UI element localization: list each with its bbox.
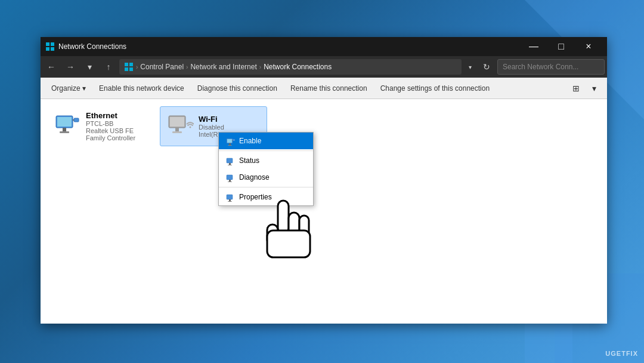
ethernet-info: Ethernet PTCL-BB Realtek USB FE Family C… [86, 111, 150, 141]
svg-rect-5 [129, 63, 133, 66]
svg-rect-35 [289, 213, 299, 239]
svg-rect-30 [228, 182, 232, 182]
svg-rect-1 [51, 42, 54, 46]
enable-icon [226, 136, 236, 146]
diagnose-button[interactable]: Diagnose this connection [191, 82, 283, 95]
context-menu-properties[interactable]: Properties [219, 189, 313, 205]
rename-button[interactable]: Rename this connection [284, 82, 373, 95]
status-icon [226, 156, 236, 165]
watermark: UGETFIX [605, 350, 638, 357]
svg-rect-33 [228, 201, 232, 202]
path-sep1: › [136, 64, 138, 70]
svg-rect-3 [51, 47, 54, 51]
wifi-icon-container [165, 112, 194, 141]
ethernet-status: PTCL-BB [86, 120, 150, 127]
ethernet-adapter: Realtek USB FE Family Controller [86, 127, 150, 141]
context-menu-diagnose[interactable]: Diagnose [219, 169, 313, 186]
close-button[interactable]: × [575, 37, 602, 56]
properties-icon [226, 192, 236, 202]
content-area: Ethernet PTCL-BB Realtek USB FE Family C… [41, 99, 607, 324]
control-panel-icon [124, 62, 134, 72]
change-settings-button[interactable]: Change settings of this connection [374, 82, 496, 95]
minimize-button[interactable]: — [520, 37, 547, 56]
context-separator-2 [219, 187, 313, 187]
network-internet-path[interactable]: Network and Internet [190, 63, 256, 71]
context-menu-enable[interactable]: Enable [219, 133, 313, 149]
back-button[interactable]: ← [43, 59, 60, 75]
view-dropdown-button[interactable]: ▾ [586, 80, 602, 97]
context-status-label: Status [239, 156, 259, 165]
svg-rect-10 [63, 128, 66, 131]
view-options-button[interactable]: ⊞ [568, 80, 584, 97]
svg-rect-21 [233, 139, 235, 141]
diagnose-icon [226, 173, 236, 182]
toolbar-right: ⊞ ▾ [568, 80, 602, 97]
svg-rect-27 [228, 165, 232, 165]
svg-rect-7 [129, 67, 133, 71]
svg-rect-16 [175, 128, 179, 131]
enable-device-button[interactable]: Enable this network device [93, 82, 190, 95]
svg-rect-17 [172, 131, 182, 133]
context-diagnose-label: Diagnose [239, 173, 270, 182]
wifi-status: Disabled [199, 124, 262, 131]
context-menu-status[interactable]: Status [219, 152, 313, 169]
svg-rect-4 [125, 63, 128, 66]
svg-rect-20 [227, 139, 232, 143]
title-bar: Network Connections — □ × [41, 37, 607, 56]
path-sep3: › [259, 64, 261, 70]
context-separator-1 [219, 150, 313, 151]
svg-rect-24 [228, 145, 232, 146]
toolbar: Organize ▾ Enable this network device Di… [41, 78, 607, 99]
search-placeholder: Search Network Conn... [503, 63, 578, 71]
svg-rect-36 [299, 216, 309, 239]
search-box[interactable]: Search Network Conn... [497, 59, 605, 75]
svg-rect-2 [46, 47, 49, 51]
svg-rect-26 [229, 163, 231, 165]
ethernet-icon [52, 112, 81, 141]
address-dropdown-btn[interactable]: ▾ [464, 59, 476, 75]
context-menu: Enable Status Diagnose [218, 132, 314, 206]
dropdown-button[interactable]: ▾ [81, 59, 98, 75]
ethernet-item[interactable]: Ethernet PTCL-BB Realtek USB FE Family C… [48, 106, 155, 146]
svg-rect-31 [227, 195, 233, 199]
svg-rect-28 [227, 175, 233, 180]
refresh-button[interactable]: ↻ [478, 59, 495, 75]
control-panel-path[interactable]: Control Panel [140, 63, 184, 71]
forward-button[interactable]: → [62, 59, 79, 75]
network-grid: Ethernet PTCL-BB Realtek USB FE Family C… [48, 106, 600, 146]
context-properties-label: Properties [239, 193, 272, 201]
svg-rect-32 [229, 199, 231, 201]
organize-button[interactable]: Organize ▾ [45, 82, 92, 95]
svg-rect-39 [267, 230, 310, 257]
svg-rect-25 [227, 158, 233, 163]
hand-cursor [255, 195, 315, 272]
network-connections-path[interactable]: Network Connections [264, 63, 332, 71]
window-controls: — □ × [520, 37, 602, 56]
ethernet-name: Ethernet [86, 111, 150, 120]
svg-rect-12 [74, 118, 79, 122]
svg-point-18 [190, 126, 191, 128]
window-title: Network Connections [58, 42, 520, 51]
svg-rect-0 [46, 42, 49, 46]
address-bar: ← → ▾ ↑ › Control Panel › Network and In… [41, 56, 607, 78]
svg-rect-9 [57, 117, 72, 127]
svg-rect-23 [229, 143, 231, 145]
maximize-button[interactable]: □ [547, 37, 575, 56]
svg-rect-11 [60, 131, 69, 133]
main-window: Network Connections — □ × ← → ▾ ↑ › Cont… [41, 37, 607, 324]
window-icon [45, 42, 55, 51]
svg-rect-6 [125, 67, 128, 71]
context-enable-label: Enable [239, 137, 261, 145]
svg-rect-15 [170, 117, 184, 127]
svg-rect-29 [229, 180, 231, 182]
path-sep2: › [186, 64, 188, 70]
up-button[interactable]: ↑ [100, 59, 117, 75]
address-path[interactable]: › Control Panel › Network and Internet ›… [119, 59, 462, 75]
wifi-name: Wi-Fi [199, 115, 262, 124]
svg-rect-38 [267, 224, 278, 245]
